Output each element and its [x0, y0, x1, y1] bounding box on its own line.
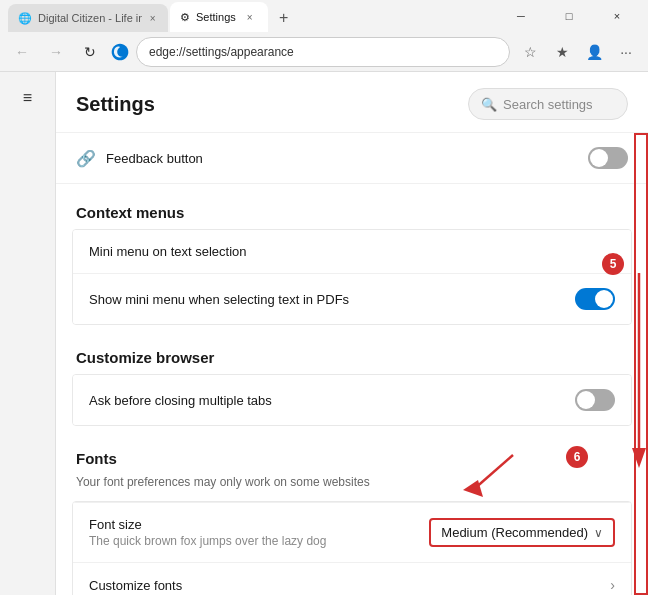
maximize-button[interactable]: □ — [546, 0, 592, 32]
sidebar: ≡ — [0, 72, 56, 595]
close-button[interactable]: × — [594, 0, 640, 32]
context-menus-heading: Context menus — [56, 184, 648, 229]
fonts-sub: Your font preferences may only work on s… — [56, 471, 648, 501]
address-field[interactable]: edge://settings/appearance — [136, 37, 510, 67]
address-text: edge://settings/appearance — [149, 45, 294, 59]
search-placeholder: Search settings — [503, 97, 593, 112]
mini-menu-pdf-item: Show mini menu when selecting text in PD… — [73, 273, 631, 324]
back-button[interactable]: ← — [8, 38, 36, 66]
tab1-label: Digital Citizen - Life in a digital w — [38, 12, 142, 24]
font-size-dropdown[interactable]: Medium (Recommended) ∨ — [429, 518, 615, 547]
toolbar-icons: ☆ ★ 👤 ··· — [516, 38, 640, 66]
more-icon[interactable]: ··· — [612, 38, 640, 66]
collections-icon[interactable]: ★ — [548, 38, 576, 66]
feedback-toggle[interactable] — [588, 147, 628, 169]
font-size-value: Medium (Recommended) — [441, 525, 588, 540]
tab2-label: Settings — [196, 11, 236, 23]
context-menus-card: Mini menu on text selection Show mini me… — [72, 229, 632, 325]
feedback-label: 🔗 Feedback button — [76, 149, 203, 168]
search-box[interactable]: 🔍 Search settings — [468, 88, 628, 120]
settings-title: Settings — [76, 93, 155, 116]
tab1-favicon: 🌐 — [18, 12, 32, 25]
mini-menu-pdf-knob — [595, 290, 613, 308]
settings-header: Settings 🔍 Search settings — [56, 72, 648, 133]
sidebar-menu-button[interactable]: ≡ — [10, 80, 46, 116]
tab2-favicon: ⚙ — [180, 11, 190, 24]
feedback-button-item: 🔗 Feedback button — [56, 133, 648, 184]
font-size-title: Font size — [89, 517, 326, 532]
dropdown-arrow-icon: ∨ — [594, 526, 603, 540]
tab1-close-icon[interactable]: × — [148, 10, 158, 26]
edge-logo-icon — [110, 42, 130, 62]
mini-menu-item: Mini menu on text selection — [73, 230, 631, 273]
font-size-col: Font size The quick brown fox jumps over… — [89, 517, 326, 548]
close-tabs-item: Ask before closing multiple tabs — [73, 375, 631, 425]
annotation-badge-6: 6 — [566, 446, 588, 468]
customize-browser-heading: Customize browser — [56, 329, 648, 374]
fonts-card: Font size The quick brown fox jumps over… — [72, 501, 632, 595]
font-size-row: Font size The quick brown fox jumps over… — [73, 502, 631, 562]
profile-icon[interactable]: 👤 — [580, 38, 608, 66]
customize-fonts-chevron-icon: › — [610, 577, 615, 593]
settings-content[interactable]: 5 🔗 Feedback button Context menus — [56, 133, 648, 595]
feedback-toggle-knob — [590, 149, 608, 167]
font-preview-text: The quick brown fox jumps over the lazy … — [89, 534, 326, 548]
favorites-icon[interactable]: ☆ — [516, 38, 544, 66]
tab-active-settings[interactable]: ⚙ Settings × — [170, 2, 268, 32]
customize-browser-card: Ask before closing multiple tabs — [72, 374, 632, 426]
title-bar: 🌐 Digital Citizen - Life in a digital w … — [0, 0, 648, 32]
content-area: Settings 🔍 Search settings 5 🔗 — [56, 72, 648, 595]
close-tabs-knob — [577, 391, 595, 409]
new-tab-button[interactable]: + — [270, 4, 298, 32]
close-tabs-toggle[interactable] — [575, 389, 615, 411]
address-bar-row: ← → ↻ edge://settings/appearance ☆ ★ 👤 ·… — [0, 32, 648, 72]
tab2-close-icon[interactable]: × — [242, 9, 258, 25]
close-tabs-label: Ask before closing multiple tabs — [89, 393, 272, 408]
feedback-icon: 🔗 — [76, 149, 96, 168]
window-controls: ─ □ × — [498, 0, 640, 32]
customize-fonts-item[interactable]: Customize fonts › — [73, 562, 631, 595]
mini-menu-pdf-label: Show mini menu when selecting text in PD… — [89, 292, 349, 307]
fonts-heading: Fonts — [56, 430, 137, 471]
mini-menu-pdf-toggle[interactable] — [575, 288, 615, 310]
annotation-badge-5: 5 — [602, 253, 624, 275]
tab-group: 🌐 Digital Citizen - Life in a digital w … — [8, 0, 298, 32]
forward-button[interactable]: → — [42, 38, 70, 66]
tab-inactive-1[interactable]: 🌐 Digital Citizen - Life in a digital w … — [8, 4, 168, 32]
customize-fonts-label: Customize fonts — [89, 578, 182, 593]
main-layout: ≡ Settings 🔍 Search settings 5 — [0, 72, 648, 595]
mini-menu-label: Mini menu on text selection — [89, 244, 247, 259]
search-icon: 🔍 — [481, 97, 497, 112]
minimize-button[interactable]: ─ — [498, 0, 544, 32]
refresh-button[interactable]: ↻ — [76, 38, 104, 66]
